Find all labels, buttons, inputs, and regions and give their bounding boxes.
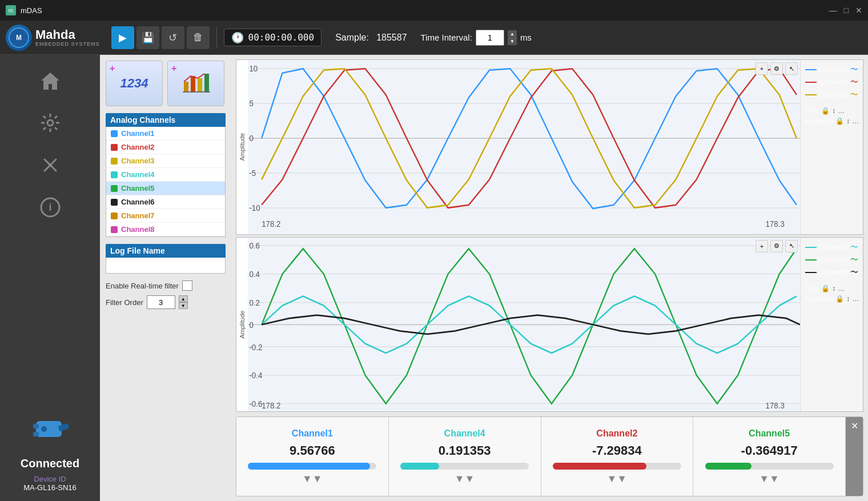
svg-point-14	[49, 163, 52, 167]
sidebar-item-home[interactable]	[0, 61, 100, 101]
value-card-footer: ▼▼	[607, 473, 628, 485]
interval-up-button[interactable]: ▲	[508, 30, 517, 38]
svg-text:-0.4: -0.4	[249, 370, 262, 380]
delete-button[interactable]: 🗑	[187, 26, 210, 49]
gauge-fill	[705, 463, 752, 470]
refresh-button[interactable]: ↺	[162, 26, 184, 49]
add-numeric-button[interactable]: + 1234	[106, 61, 163, 106]
amplitude-scale-icon[interactable]: ↕	[846, 117, 850, 125]
chart2-cursor[interactable]: ↖	[785, 240, 798, 252]
svg-line-9	[55, 127, 57, 130]
channel-item-channel8[interactable]: Channel8	[106, 223, 225, 237]
minimize-button[interactable]: —	[829, 6, 837, 15]
filter-order-up[interactable]: ▲	[179, 295, 188, 302]
chart2-toolbar: + ⚙ ↖	[756, 240, 798, 252]
legend-item-ch5: Channel5 〜	[805, 255, 858, 265]
chart1-cursor[interactable]: ↖	[785, 62, 798, 75]
chart2: Amplitude + ⚙ ↖ 0.6	[236, 237, 863, 412]
channel-color-dot	[111, 158, 118, 165]
chart2-zoom-in[interactable]: +	[756, 240, 768, 252]
time-interval-input[interactable]	[476, 30, 504, 46]
chart1-zoom-in[interactable]: +	[756, 62, 768, 75]
time2-more-icon[interactable]: …	[838, 284, 845, 292]
value-card-number: -0.364917	[741, 443, 798, 458]
time-lock-icon[interactable]: 🔒	[821, 107, 830, 115]
filter-checkbox[interactable]	[182, 280, 192, 291]
value-card-number: 9.56766	[290, 443, 335, 458]
sidebar-item-settings[interactable]	[0, 103, 100, 143]
add-chart-button[interactable]: +	[167, 61, 224, 106]
close-button[interactable]: ✕	[855, 6, 862, 15]
chart-label	[182, 70, 210, 97]
logo-name: Mahda	[35, 29, 100, 41]
window-controls[interactable]: — □ ✕	[829, 6, 862, 15]
time-interval-label: Time Interval:	[421, 33, 472, 42]
channel-item-channel7[interactable]: Channel7	[106, 209, 225, 223]
svg-text:-0.6: -0.6	[249, 399, 262, 408]
filter-order-label: Filter Order	[106, 298, 143, 307]
legend-ch5-label: Channel5	[819, 256, 848, 264]
app-icon: m	[6, 5, 16, 15]
chart1-legend-controls: Time 🔒 ↕ … Amplitude 🔒 ↕ …	[805, 107, 858, 125]
amplitude-lock-icon[interactable]: 🔒	[835, 117, 844, 125]
channel-item-channel6[interactable]: Channel6	[106, 195, 225, 209]
channel-color-dot	[111, 199, 118, 206]
channel-name-label: Channel5	[121, 184, 155, 193]
amplitude2-lock-icon[interactable]: 🔒	[835, 295, 844, 303]
svg-rect-23	[191, 76, 195, 92]
time-value: 00:00:00.000	[248, 32, 315, 43]
channel-item-channel4[interactable]: Channel4	[106, 168, 225, 182]
channel-item-channel1[interactable]: Channel1	[106, 127, 225, 141]
gauge-fill	[553, 463, 646, 470]
time-scale-icon[interactable]: ↕	[832, 107, 835, 115]
play-button[interactable]: ▶	[111, 26, 134, 49]
device-id-value: MA-GL16-SN16	[23, 483, 76, 492]
values-panel-close-button[interactable]: ✕	[846, 417, 863, 496]
filter-label: Enable Real-time filter	[106, 282, 179, 290]
filter-order-spinners: ▲ ▼	[179, 295, 188, 309]
time-ctrl-label: Time	[805, 107, 819, 114]
chart2-legend-controls: Time 🔒 ↕ … Amplitude 🔒 ↕ …	[805, 284, 858, 303]
amplitude2-scale-icon[interactable]: ↕	[846, 295, 850, 303]
maximize-button[interactable]: □	[844, 6, 849, 15]
legend-item-ch3: Channel3 〜	[805, 90, 858, 100]
sidebar-item-tools[interactable]	[0, 145, 100, 185]
panel-icon-row: + 1234 +	[106, 61, 226, 106]
sample-value: 185587	[376, 33, 407, 42]
value-card-gauge	[705, 463, 834, 470]
chart2-settings[interactable]: ⚙	[770, 240, 783, 252]
time2-scale-icon[interactable]: ↕	[832, 284, 835, 292]
value-card-number: -7.29834	[592, 443, 642, 458]
amplitude-more-icon[interactable]: …	[852, 117, 859, 125]
value-card-footer: ▼▼	[759, 473, 779, 485]
time-more-icon[interactable]: …	[838, 107, 845, 115]
channel-item-channel2[interactable]: Channel2	[106, 141, 225, 154]
channel-color-dot	[111, 144, 118, 151]
clock-icon: 🕐	[231, 31, 244, 43]
save-button[interactable]: 💾	[136, 26, 159, 49]
svg-text:-0.2: -0.2	[249, 342, 262, 351]
amplitude2-more-icon[interactable]: …	[852, 295, 859, 303]
value-card-channel-name: Channel2	[596, 428, 637, 439]
time-interval-unit: ms	[520, 33, 532, 42]
time2-lock-icon[interactable]: 🔒	[821, 284, 830, 292]
chart1-settings[interactable]: ⚙	[770, 62, 783, 75]
chart1-legend: Channel1 〜 Channel2 〜 Channel3 〜 Time �	[800, 60, 863, 234]
svg-text:178.2: 178.2	[262, 400, 280, 410]
amplitude2-ctrl-row: Amplitude 🔒 ↕ …	[805, 295, 858, 303]
svg-text:-5: -5	[249, 169, 256, 178]
channel-item-channel5[interactable]: Channel5	[106, 182, 225, 195]
log-file-input[interactable]	[106, 258, 226, 274]
legend-ch3-label: Channel3	[819, 91, 848, 99]
filter-order-input[interactable]	[147, 295, 175, 309]
interval-down-button[interactable]: ▼	[508, 38, 517, 45]
numeric-label: 1234	[120, 76, 148, 91]
svg-rect-17	[36, 421, 62, 437]
app-title: mDAS	[21, 6, 42, 15]
sidebar-item-info[interactable]: i	[0, 187, 100, 227]
time2-ctrl-label: Time	[805, 285, 819, 292]
svg-point-21	[41, 426, 47, 432]
channel-item-channel3[interactable]: Channel3	[106, 154, 225, 168]
value-card-number: 0.191353	[439, 443, 491, 458]
filter-order-down[interactable]: ▼	[179, 302, 188, 309]
